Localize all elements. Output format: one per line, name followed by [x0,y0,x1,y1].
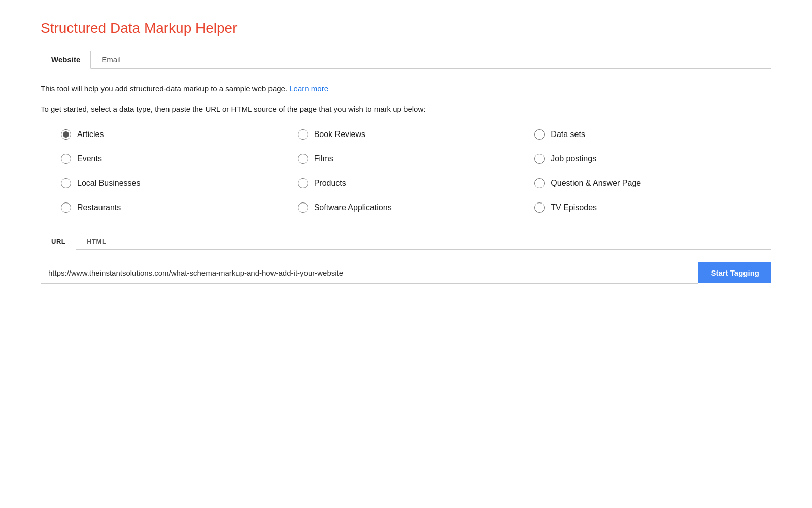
radio-tv-episodes-input[interactable] [534,202,545,213]
main-tab-bar: Website Email [41,51,771,69]
radio-job-postings-label: Job postings [551,154,596,163]
radio-articles-label: Articles [77,130,104,139]
tab-website[interactable]: Website [41,51,91,69]
learn-more-link[interactable]: Learn more [289,84,328,93]
description-static: This tool will help you add structured-d… [41,84,289,93]
radio-software-applications-input[interactable] [298,202,308,213]
radio-data-sets-input[interactable] [534,129,545,140]
tab-email[interactable]: Email [91,51,131,69]
radio-local-businesses[interactable]: Local Businesses [61,178,298,188]
instruction-text: To get started, select a data type, then… [41,103,771,115]
radio-products[interactable]: Products [298,178,535,188]
radio-tv-episodes[interactable]: TV Episodes [534,202,771,213]
tab-url[interactable]: URL [41,233,76,250]
radio-tv-episodes-label: TV Episodes [551,203,597,212]
url-input[interactable] [41,262,698,284]
radio-restaurants-label: Restaurants [77,203,121,212]
radio-products-input[interactable] [298,178,308,188]
radio-events-input[interactable] [61,154,71,164]
tab-html[interactable]: HTML [76,233,117,250]
radio-book-reviews[interactable]: Book Reviews [298,129,535,140]
radio-articles-input[interactable] [61,129,71,140]
radio-question-answer[interactable]: Question & Answer Page [534,178,771,188]
radio-films-input[interactable] [298,154,308,164]
radio-job-postings[interactable]: Job postings [534,154,771,164]
radio-book-reviews-label: Book Reviews [314,130,365,139]
radio-films[interactable]: Films [298,154,535,164]
radio-events[interactable]: Events [61,154,298,164]
data-type-grid: Articles Book Reviews Data sets Events F… [41,129,771,213]
radio-events-label: Events [77,154,102,163]
radio-restaurants[interactable]: Restaurants [61,202,298,213]
radio-software-applications[interactable]: Software Applications [298,202,535,213]
radio-book-reviews-input[interactable] [298,129,308,140]
start-tagging-button[interactable]: Start Tagging [698,262,771,283]
radio-films-label: Films [314,154,333,163]
url-tab-bar: URL HTML [41,233,771,250]
radio-products-label: Products [314,179,346,188]
radio-question-answer-input[interactable] [534,178,545,188]
radio-job-postings-input[interactable] [534,154,545,164]
radio-data-sets[interactable]: Data sets [534,129,771,140]
radio-question-answer-label: Question & Answer Page [551,179,641,188]
radio-articles[interactable]: Articles [61,129,298,140]
page-title: Structured Data Markup Helper [41,20,771,37]
radio-local-businesses-input[interactable] [61,178,71,188]
radio-restaurants-input[interactable] [61,202,71,213]
radio-data-sets-label: Data sets [551,130,585,139]
radio-software-applications-label: Software Applications [314,203,392,212]
url-input-row: Start Tagging [41,262,771,284]
radio-local-businesses-label: Local Businesses [77,179,141,188]
description-text: This tool will help you add structured-d… [41,83,771,95]
